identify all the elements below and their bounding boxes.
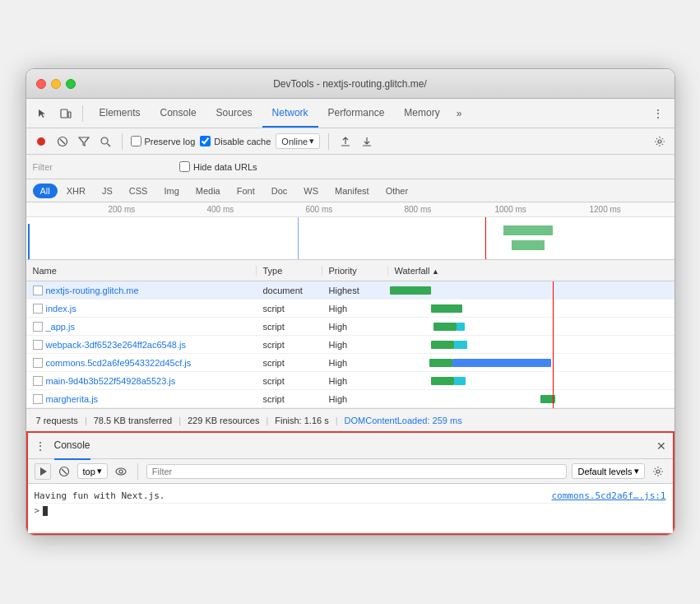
file-icon bbox=[33, 358, 43, 368]
wf-bar-5t bbox=[454, 377, 466, 385]
download-icon[interactable] bbox=[359, 133, 375, 150]
level-select[interactable]: Default levels ▾ bbox=[572, 463, 644, 479]
tab-network[interactable]: Network bbox=[262, 99, 318, 128]
wf-bar-3g bbox=[431, 341, 454, 349]
tab-elements[interactable]: Elements bbox=[90, 99, 151, 128]
throttle-select[interactable]: Online ▾ bbox=[276, 133, 320, 149]
table-row[interactable]: main-9d4b3b522f54928a5523.js script High bbox=[26, 372, 675, 390]
table-row[interactable]: nextjs-routing.glitch.me document Highes… bbox=[26, 281, 675, 300]
cursor-icon[interactable] bbox=[33, 104, 53, 123]
nav-tabs: Elements Console Sources Network Perform… bbox=[90, 99, 645, 128]
upload-icon[interactable] bbox=[337, 133, 354, 150]
table-row[interactable]: margherita.js script High bbox=[26, 390, 675, 408]
td-name-6: margherita.js bbox=[26, 394, 257, 404]
console-header: ⋮ Console ✕ bbox=[28, 433, 673, 459]
preserve-log-label[interactable]: Preserve log bbox=[131, 136, 196, 146]
td-priority-5: High bbox=[322, 376, 388, 386]
wf-red-line-6 bbox=[553, 390, 554, 408]
type-tab-media[interactable]: Media bbox=[188, 184, 228, 198]
console-filter-input[interactable] bbox=[146, 464, 568, 479]
type-tab-doc[interactable]: Doc bbox=[264, 184, 295, 198]
file-icon bbox=[33, 322, 43, 332]
wf-bar-0 bbox=[390, 286, 431, 295]
status-domcontent: DOMContentLoaded: 259 ms bbox=[345, 416, 462, 425]
table-body: nextjs-routing.glitch.me document Highes… bbox=[26, 281, 675, 408]
th-waterfall[interactable]: Waterfall bbox=[388, 266, 675, 276]
th-name[interactable]: Name bbox=[26, 266, 257, 276]
tab-console[interactable]: Console bbox=[151, 99, 206, 128]
settings-icon[interactable] bbox=[651, 133, 668, 150]
wf-bar-2t bbox=[457, 323, 465, 331]
svg-marker-8 bbox=[40, 467, 47, 476]
context-select[interactable]: top ▾ bbox=[77, 463, 108, 479]
th-priority[interactable]: Priority bbox=[322, 266, 388, 276]
tab-sources[interactable]: Sources bbox=[206, 99, 262, 128]
status-bar: 7 requests | 78.5 KB transferred | 229 K… bbox=[26, 408, 675, 431]
wf-bar-3t bbox=[454, 341, 467, 349]
type-filter-bar: All XHR JS CSS Img Media Font Doc WS Man… bbox=[26, 179, 675, 202]
td-name-5: main-9d4b3b522f54928a5523.js bbox=[26, 376, 257, 386]
record-button[interactable] bbox=[33, 133, 49, 150]
console-title: Console bbox=[54, 432, 90, 460]
td-name-0: nextjs-routing.glitch.me bbox=[26, 286, 257, 295]
type-tab-js[interactable]: JS bbox=[95, 184, 120, 198]
console-settings-icon[interactable] bbox=[650, 463, 666, 480]
table-row[interactable]: index.js script High bbox=[26, 300, 675, 318]
stop-icon[interactable] bbox=[56, 463, 72, 480]
svg-line-6 bbox=[107, 143, 110, 146]
wf-bar-4g bbox=[429, 359, 452, 367]
td-name-2: _app.js bbox=[26, 322, 257, 332]
td-priority-4: High bbox=[322, 358, 388, 368]
clear-button[interactable] bbox=[54, 133, 71, 150]
type-tab-ws[interactable]: WS bbox=[296, 184, 326, 198]
wf-red-line-0 bbox=[553, 281, 554, 300]
nav-separator bbox=[82, 105, 83, 122]
ruler-200ms: 200 ms bbox=[109, 205, 136, 214]
close-button[interactable] bbox=[36, 79, 46, 89]
th-type[interactable]: Type bbox=[257, 266, 322, 276]
devtools-window: DevTools - nextjs-routing.glitch.me/ Ele… bbox=[25, 68, 675, 536]
type-tab-all[interactable]: All bbox=[33, 184, 58, 198]
filter-input[interactable] bbox=[56, 162, 169, 172]
eye-icon[interactable] bbox=[113, 463, 129, 480]
type-tab-other[interactable]: Other bbox=[378, 184, 416, 198]
device-toolbar-icon[interactable] bbox=[56, 104, 76, 123]
filter-icon[interactable] bbox=[76, 133, 92, 150]
traffic-lights bbox=[36, 79, 76, 89]
td-waterfall-4 bbox=[388, 354, 675, 372]
console-close-button[interactable]: ✕ bbox=[656, 439, 666, 453]
disable-cache-label[interactable]: Disable cache bbox=[200, 136, 271, 146]
td-type-0: document bbox=[257, 286, 322, 295]
disable-cache-checkbox[interactable] bbox=[200, 136, 211, 146]
preserve-log-checkbox[interactable] bbox=[131, 136, 141, 146]
status-transferred: 78.5 KB transferred bbox=[94, 416, 172, 425]
cursor bbox=[43, 506, 48, 516]
tab-memory[interactable]: Memory bbox=[394, 99, 449, 128]
console-log-line: Having fun with Next.js. commons.5cd2a6f… bbox=[35, 489, 666, 503]
console-prompt[interactable]: > bbox=[35, 503, 666, 518]
type-tab-img[interactable]: Img bbox=[156, 184, 186, 198]
type-tab-manifest[interactable]: Manifest bbox=[327, 184, 377, 198]
search-icon[interactable] bbox=[97, 133, 114, 150]
type-tab-font[interactable]: Font bbox=[229, 184, 262, 198]
maximize-button[interactable] bbox=[66, 79, 76, 89]
svg-line-10 bbox=[62, 469, 67, 474]
more-tabs-button[interactable]: » bbox=[450, 99, 469, 128]
hide-data-urls-label[interactable]: Hide data URLs bbox=[179, 161, 257, 172]
table-row[interactable]: commons.5cd2a6fe9543322d45cf.js script H… bbox=[26, 354, 675, 372]
svg-point-2 bbox=[37, 137, 45, 146]
play-icon[interactable] bbox=[35, 463, 51, 480]
tab-performance[interactable]: Performance bbox=[318, 99, 395, 128]
hide-data-urls-checkbox[interactable] bbox=[179, 161, 190, 172]
type-tab-css[interactable]: CSS bbox=[122, 184, 155, 198]
console-log-source[interactable]: commons.5cd2a6f….js:1 bbox=[551, 490, 665, 501]
devtools-menu-icon[interactable]: ⋮ bbox=[648, 104, 668, 123]
minimize-button[interactable] bbox=[51, 79, 61, 89]
type-tab-xhr[interactable]: XHR bbox=[59, 184, 93, 198]
file-icon bbox=[33, 376, 43, 386]
td-waterfall-0 bbox=[388, 281, 675, 300]
table-row[interactable]: _app.js script High bbox=[26, 318, 675, 336]
table-row[interactable]: webpack-3df6523e264ff2ac6548.js script H… bbox=[26, 336, 675, 354]
console-drag-icon[interactable]: ⋮ bbox=[35, 439, 46, 453]
file-icon bbox=[33, 286, 43, 295]
